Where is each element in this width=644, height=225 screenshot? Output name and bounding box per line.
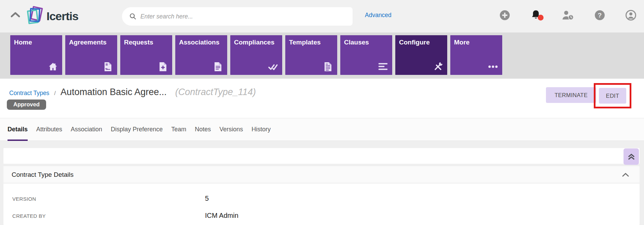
breadcrumb: Contract Types / Automation Basic Agree.… [9, 87, 256, 97]
status-badge: Approved [7, 100, 46, 110]
collapse-all-button[interactable] [624, 148, 639, 165]
tab-details[interactable]: Details [8, 118, 28, 141]
edit-annotation-box: EDIT [594, 83, 631, 108]
field-label: CREATED BY [12, 213, 205, 219]
user-activity-icon[interactable] [561, 10, 574, 21]
add-icon[interactable] [499, 10, 510, 21]
section-header[interactable]: Contract Type Details [3, 166, 640, 183]
top-icon-group: ? [499, 10, 636, 21]
nav-tile-label: Requests [124, 39, 153, 46]
nav-tile-label: Agreements [69, 39, 107, 46]
page-title: Automation Basic Agree... [60, 87, 167, 97]
icertis-logo: Icertis [27, 7, 78, 25]
tab-label: Attributes [36, 126, 62, 133]
tab-attributes[interactable]: Attributes [36, 118, 62, 141]
search-input[interactable] [140, 13, 332, 20]
contract-type-code: (ContractType_114) [175, 87, 256, 97]
section-title: Contract Type Details [12, 171, 73, 178]
associations-icon [213, 62, 223, 72]
search-icon [129, 13, 136, 20]
nav-tile-compliances[interactable]: Compliances [230, 35, 282, 75]
tab-label: Notes [195, 126, 211, 133]
edit-button[interactable]: EDIT [599, 88, 626, 104]
nav-tile-label: Clauses [344, 39, 369, 46]
clauses-icon [378, 62, 388, 72]
tab-notes[interactable]: Notes [195, 118, 211, 141]
double-chevron-up-icon [627, 153, 635, 161]
tab-label: Versions [219, 126, 243, 133]
contract-type-details-card: Contract Type Details VERSION 5 CREATED … [3, 166, 640, 225]
logo-text: Icertis [46, 10, 78, 23]
nav-tile-clauses[interactable]: Clauses [340, 35, 392, 75]
nav-tile-label: Configure [399, 39, 430, 46]
field-label: VERSION [12, 196, 205, 202]
compliances-icon [268, 62, 278, 72]
content-area: Contract Type Details VERSION 5 CREATED … [0, 141, 644, 225]
chevron-up-icon[interactable] [622, 172, 629, 177]
icertis-logo-mark-icon [27, 7, 46, 25]
svg-text:?: ? [598, 12, 602, 19]
tab-display-preference[interactable]: Display Preference [111, 118, 163, 141]
nav-tile-label: Home [14, 39, 32, 46]
agreements-icon [103, 62, 113, 72]
field-row-version: VERSION 5 [12, 195, 640, 202]
tab-label: History [251, 126, 271, 133]
search-box [122, 7, 353, 26]
tab-label: Association [71, 126, 102, 133]
main-nav: Home Agreements Requests Associations Co… [0, 32, 644, 79]
breadcrumb-contract-types-link[interactable]: Contract Types [9, 90, 49, 97]
help-icon[interactable]: ? [594, 10, 605, 21]
tab-history[interactable]: History [251, 118, 271, 141]
more-icon [488, 62, 498, 72]
notifications-bell-icon[interactable] [530, 10, 542, 21]
tab-association[interactable]: Association [71, 118, 102, 141]
field-value: 5 [205, 195, 209, 202]
tab-label: Display Preference [111, 126, 163, 133]
field-value: ICM Admin [205, 212, 238, 220]
advanced-search-link[interactable]: Advanced [365, 12, 392, 19]
nav-tile-label: Templates [289, 39, 321, 46]
collapse-header-icon[interactable] [10, 11, 20, 19]
profile-icon[interactable] [625, 10, 636, 21]
nav-tile-more[interactable]: More [450, 35, 502, 75]
home-icon [48, 62, 58, 72]
nav-tile-label: More [454, 39, 469, 46]
tab-team[interactable]: Team [171, 118, 186, 141]
templates-icon [323, 62, 333, 72]
top-bar: Icertis Advanced ? [0, 0, 644, 32]
details-field-list: VERSION 5 CREATED BY ICM Admin [3, 183, 640, 220]
field-row-created-by: CREATED BY ICM Admin [12, 212, 640, 220]
tab-label: Details [8, 126, 28, 133]
nav-tile-configure[interactable]: Configure [395, 35, 447, 75]
notification-badge [538, 15, 544, 21]
tab-label: Team [171, 126, 186, 133]
nav-tile-label: Compliances [234, 39, 274, 46]
terminate-button[interactable]: TERMINATE [546, 87, 596, 103]
detail-tabs: Details Attributes Association Display P… [0, 118, 644, 141]
configure-icon [433, 62, 443, 72]
tab-versions[interactable]: Versions [219, 118, 243, 141]
nav-tile-associations[interactable]: Associations [175, 35, 227, 75]
requests-icon [158, 62, 168, 72]
section-toolbar [3, 148, 640, 164]
nav-tile-agreements[interactable]: Agreements [65, 35, 117, 75]
nav-tile-requests[interactable]: Requests [120, 35, 172, 75]
nav-tile-home[interactable]: Home [10, 35, 62, 75]
nav-tile-templates[interactable]: Templates [285, 35, 337, 75]
breadcrumb-separator: / [54, 90, 56, 97]
page-header: Contract Types / Automation Basic Agree.… [0, 79, 644, 118]
nav-tile-label: Associations [179, 39, 219, 46]
